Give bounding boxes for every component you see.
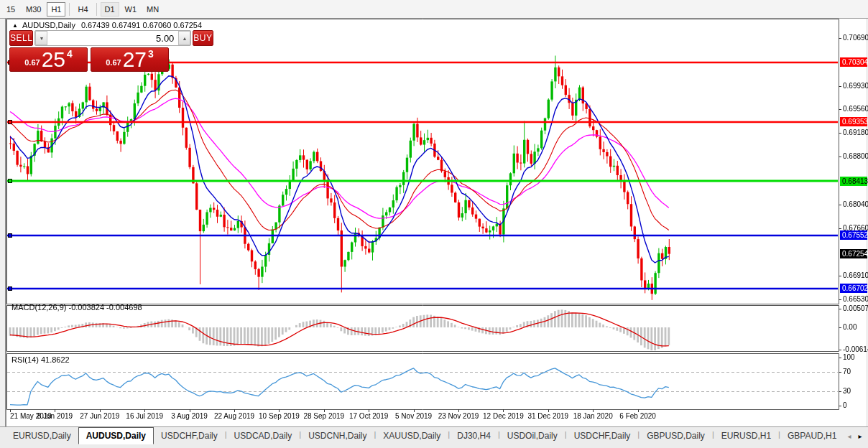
price-axis-label: 0.68040 (843, 200, 868, 208)
rsi-axis-label: 70 (843, 368, 851, 375)
date-axis-label: 31 Dec 2019 (527, 412, 568, 420)
price-level-badge: 0.68413 (840, 177, 867, 186)
chart-window: ▲ AUDUSD,Daily 0.67439 0.67491 0.67060 0… (5, 19, 866, 426)
sell-price-box[interactable]: 0.67 25 4 (9, 47, 88, 72)
buy-button[interactable]: BUY (193, 30, 213, 46)
timeframe-button-h4[interactable]: H4 (73, 2, 92, 17)
collapse-panel-icon[interactable]: ▲ (12, 22, 18, 29)
volume-decrease-button[interactable]: ▼ (35, 31, 47, 45)
date-axis-label: 27 Jun 2019 (80, 412, 119, 420)
chart-tab-eurusd-daily[interactable]: EURUSD,Daily (6, 428, 78, 444)
price-chart-canvas[interactable] (6, 19, 867, 426)
chart-tab-usdcad-daily[interactable]: USDCAD,Daily (227, 428, 300, 444)
chart-tab-gbpaud-h1[interactable]: GBPAUD,H1 (780, 428, 844, 444)
volume-increase-button[interactable]: ▲ (178, 31, 190, 45)
buy-price-prefix: 0.67 (106, 58, 121, 67)
price-level-badge: 0.67552 (840, 230, 867, 240)
rsi-axis-label: 0 (843, 401, 847, 409)
date-axis-label: 6 Feb 2020 (619, 412, 656, 420)
chart-tab-gbpusd-daily[interactable]: GBPUSD,Daily (640, 428, 712, 444)
price-level-badge: 0.70304 (840, 57, 867, 67)
date-axis-label: 18 Jan 2020 (573, 412, 613, 420)
rsi-indicator-label: RSI(14) 41.8622 (11, 355, 70, 364)
rsi-axis-label: 30 (843, 387, 851, 395)
tab-scroll-buttons: ◂▸ (844, 427, 865, 444)
price-level-badge: 0.66702 (840, 284, 867, 293)
chart-tab-usdcnh-daily[interactable]: USDCNH,Daily (301, 428, 374, 444)
date-axis-label: 17 Oct 2019 (349, 412, 388, 420)
price-axis-label: 0.66530 (843, 295, 868, 303)
one-click-trading-panel: SELL ▼ ▲ BUY 0.67 25 4 0.67 27 3 (9, 30, 169, 72)
macd-axis-label: 0.005076 (843, 304, 868, 312)
chart-tab-usdchf-daily[interactable]: USDCHF,Daily (567, 428, 638, 444)
chart-tab-usdchf-daily[interactable]: USDCHF,Daily (154, 428, 225, 444)
date-axis-label: 12 Dec 2019 (483, 412, 524, 420)
chart-tab-xauusd-daily[interactable]: XAUUSD,Daily (376, 428, 448, 444)
buy-price-big: 27 (123, 50, 147, 70)
price-axis-label: 0.66910 (843, 271, 868, 279)
ohlc-values: 0.67439 0.67491 0.67060 0.67254 (81, 21, 202, 29)
chart-title-row: ▲ AUDUSD,Daily 0.67439 0.67491 0.67060 0… (12, 20, 202, 30)
chart-tab-audusd-daily[interactable]: AUDUSD,Daily (78, 427, 154, 444)
chart-tab-eurusd-h1[interactable]: EURUSD,H1 (714, 428, 778, 444)
chart-tab-usdoil-daily[interactable]: USDOil,Daily (500, 428, 565, 444)
chart-tab-bar: EURUSD,DailyAUDUSD,DailyUSDCHF,Daily|USD… (0, 426, 868, 448)
timeframe-button-m30[interactable]: M30 (22, 2, 45, 17)
price-level-badge: 0.69353 (840, 117, 867, 126)
macd-indicator-label: MACD(12,26,9) -0.003824 -0.004698 (11, 303, 142, 312)
timeframe-button-d1[interactable]: D1 (101, 2, 119, 17)
date-axis-label: 10 Sep 2019 (259, 412, 300, 420)
date-axis-label: 8 Jun 2019 (37, 412, 73, 420)
rsi-axis-label: 100 (843, 353, 855, 361)
date-axis-label: 3 Aug 2019 (171, 412, 208, 420)
tab-scroll-right-icon[interactable]: ▸ (854, 432, 865, 440)
sell-price-prefix: 0.67 (24, 58, 40, 67)
price-axis-label: 0.68800 (843, 152, 868, 160)
timeframe-button-mn[interactable]: MN (142, 2, 163, 17)
timeframe-button-h1[interactable]: H1 (47, 2, 65, 17)
buy-price-pipette: 3 (148, 48, 154, 60)
chart-symbol-title: AUDUSD,Daily (22, 21, 75, 29)
sell-price-big: 25 (42, 50, 65, 70)
volume-input[interactable] (47, 31, 178, 45)
date-axis-label: 23 Nov 2019 (438, 412, 479, 420)
date-axis-label: 5 Nov 2019 (395, 412, 432, 420)
price-axis-label: 0.69930 (843, 82, 868, 90)
toolbar-separator (96, 3, 97, 16)
date-axis-label: 22 Aug 2019 (214, 412, 254, 420)
timeframe-button-w1[interactable]: W1 (121, 2, 142, 17)
price-axis-label: 0.69560 (843, 105, 868, 113)
macd-axis-label: -0.006141 (843, 345, 868, 353)
sell-button[interactable]: SELL (9, 30, 33, 46)
sell-price-pipette: 4 (67, 48, 73, 60)
macd-axis-label: 0.00 (843, 323, 857, 331)
current-price-badge: 0.67254 (840, 249, 867, 258)
toolbar-separator (69, 3, 70, 16)
tab-scroll-left-icon[interactable]: ◂ (844, 432, 854, 440)
buy-price-box[interactable]: 0.67 27 3 (91, 47, 169, 72)
timeframe-toolbar: 15M30H1H4D1W1MN (0, 0, 868, 19)
date-axis-label: 28 Sep 2019 (303, 412, 344, 420)
date-axis-label: 16 Jul 2019 (126, 412, 163, 420)
chart-tab-dj30-h4[interactable]: DJ30,H4 (450, 428, 498, 444)
timeframe-button-15[interactable]: 15 (1, 2, 20, 17)
price-axis-label: 0.70690 (843, 34, 868, 42)
price-axis-label: 0.69180 (843, 129, 868, 136)
